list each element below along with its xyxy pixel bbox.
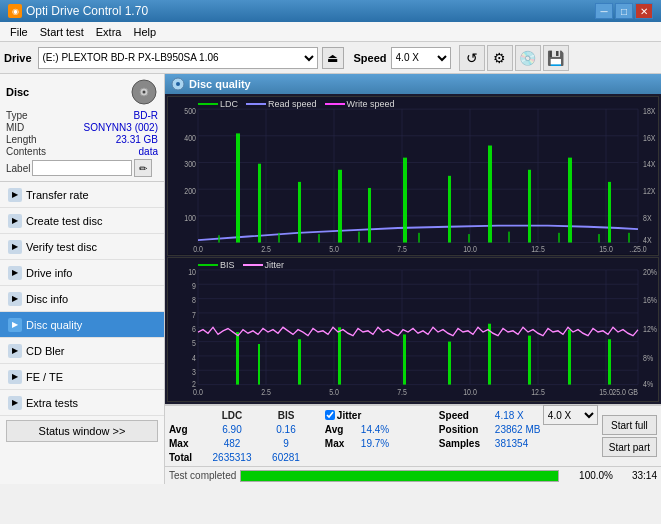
speed-select[interactable]: 4.0 X	[391, 47, 451, 69]
svg-text:12X: 12X	[643, 186, 656, 196]
svg-rect-106	[488, 323, 491, 384]
sidebar-item-disc-info[interactable]: ▶Disc info	[0, 286, 164, 312]
svg-rect-49	[608, 182, 611, 243]
disc-contents-label: Contents	[6, 146, 46, 157]
sidebar-item-transfer-rate[interactable]: ▶Transfer rate	[0, 182, 164, 208]
menu-start-test[interactable]: Start test	[34, 22, 90, 42]
disc-contents-value: data	[139, 146, 158, 157]
legend-ldc: LDC	[198, 99, 238, 109]
ldc-chart: LDC Read speed Write speed	[167, 96, 659, 256]
svg-text:400: 400	[184, 133, 196, 143]
svg-rect-57	[558, 233, 560, 243]
maximize-button[interactable]: □	[615, 3, 633, 19]
content-area: Disc quality LDC Read speed Wr	[165, 74, 661, 484]
disc-contents-row: Contents data	[6, 146, 158, 157]
legend-bis: BIS	[198, 260, 235, 270]
nav-arrow-disc-info: ▶	[8, 292, 22, 306]
stats-table: LDC BIS Avg 6.90 0.16 Max 482 9	[169, 408, 321, 464]
eject-button[interactable]: ⏏	[322, 47, 344, 69]
main-area: Disc Type BD-R MID SONYNN3 (002) Length …	[0, 74, 661, 484]
refresh-button[interactable]: ↺	[459, 45, 485, 71]
svg-text:6: 6	[192, 324, 196, 334]
svg-text:9: 9	[192, 281, 196, 291]
svg-rect-39	[236, 133, 240, 242]
position-label: Position	[439, 424, 491, 435]
max-label: Max	[169, 438, 205, 449]
svg-rect-5	[168, 97, 658, 255]
settings-button[interactable]: ⚙	[487, 45, 513, 71]
svg-text:..25.0: ..25.0	[629, 245, 647, 255]
start-full-button[interactable]: Start full	[602, 415, 657, 435]
sidebar-item-create-test-disc[interactable]: ▶Create test disc	[0, 208, 164, 234]
svg-rect-109	[608, 339, 611, 384]
nav-list: ▶Transfer rate▶Create test disc▶Verify t…	[0, 182, 164, 416]
svg-rect-41	[298, 182, 301, 243]
svg-rect-51	[278, 233, 280, 243]
nav-arrow-transfer-rate: ▶	[8, 188, 22, 202]
titlebar-controls: ─ □ ✕	[595, 3, 653, 19]
save-button[interactable]: 💾	[543, 45, 569, 71]
charts-container: LDC Read speed Write speed	[165, 94, 661, 404]
svg-text:4X: 4X	[643, 235, 652, 245]
svg-text:200: 200	[184, 186, 196, 196]
ldc-max: 482	[205, 438, 259, 449]
drive-select[interactable]: (E:) PLEXTOR BD-R PX-LB950SA 1.06	[38, 47, 318, 69]
jitter-label: Jitter	[337, 410, 361, 421]
minimize-button[interactable]: ─	[595, 3, 613, 19]
ldc-header: LDC	[205, 410, 259, 421]
samples-label: Samples	[439, 438, 491, 449]
menu-extra[interactable]: Extra	[90, 22, 128, 42]
speed-value: 4.18 X	[495, 410, 539, 421]
status-text: Test completed	[169, 470, 236, 481]
svg-rect-100	[236, 332, 239, 385]
disc-button[interactable]: 💿	[515, 45, 541, 71]
svg-text:12.5: 12.5	[531, 387, 545, 397]
svg-rect-54	[418, 233, 420, 243]
svg-rect-50	[218, 235, 220, 242]
nav-arrow-extra-tests: ▶	[8, 396, 22, 410]
sidebar-item-cd-bler[interactable]: ▶CD Bler	[0, 338, 164, 364]
disc-label-input[interactable]	[32, 160, 132, 176]
svg-rect-60	[168, 258, 658, 401]
disc-length-label: Length	[6, 134, 37, 145]
speed-section: Speed 4.18 X 4.0 X Position 23862 MB Sam…	[439, 408, 598, 464]
disc-length-value: 23.31 GB	[116, 134, 158, 145]
sidebar-item-verify-test-disc[interactable]: ▶Verify test disc	[0, 234, 164, 260]
svg-rect-56	[508, 232, 510, 243]
svg-rect-53	[358, 232, 360, 243]
close-button[interactable]: ✕	[635, 3, 653, 19]
sidebar-item-drive-info[interactable]: ▶Drive info	[0, 260, 164, 286]
svg-rect-45	[448, 176, 451, 243]
sidebar-item-disc-quality[interactable]: ▶Disc quality	[0, 312, 164, 338]
svg-rect-42	[338, 170, 342, 243]
disc-type-label: Type	[6, 110, 28, 121]
nav-label-disc-quality: Disc quality	[26, 319, 82, 331]
svg-text:18X: 18X	[643, 106, 656, 116]
nav-label-disc-info: Disc info	[26, 293, 68, 305]
sidebar-item-extra-tests[interactable]: ▶Extra tests	[0, 390, 164, 416]
drive-label: Drive	[4, 52, 32, 64]
svg-rect-105	[448, 341, 451, 384]
menu-file[interactable]: File	[4, 22, 34, 42]
svg-rect-108	[568, 329, 571, 384]
menu-help[interactable]: Help	[127, 22, 162, 42]
nav-label-create-test-disc: Create test disc	[26, 215, 102, 227]
bis-total: 60281	[259, 452, 313, 463]
disc-mid-value: SONYNN3 (002)	[84, 122, 158, 133]
jitter-checkbox[interactable]	[325, 410, 335, 420]
sidebar-item-fe-te[interactable]: ▶FE / TE	[0, 364, 164, 390]
svg-text:12.5: 12.5	[531, 245, 545, 255]
disc-label-edit-button[interactable]: ✏	[134, 159, 152, 177]
status-window-button[interactable]: Status window >>	[6, 420, 158, 442]
status-window-label: Status window >>	[39, 425, 126, 437]
nav-label-drive-info: Drive info	[26, 267, 72, 279]
disc-quality-title: Disc quality	[189, 78, 251, 90]
start-part-button[interactable]: Start part	[602, 437, 657, 457]
svg-rect-107	[528, 335, 531, 384]
disc-length-row: Length 23.31 GB	[6, 134, 158, 145]
total-label: Total	[169, 452, 205, 463]
svg-rect-46	[488, 146, 492, 243]
svg-text:7.5: 7.5	[397, 387, 407, 397]
svg-text:0.0: 0.0	[193, 245, 203, 255]
app-title: Opti Drive Control 1.70	[26, 4, 148, 18]
